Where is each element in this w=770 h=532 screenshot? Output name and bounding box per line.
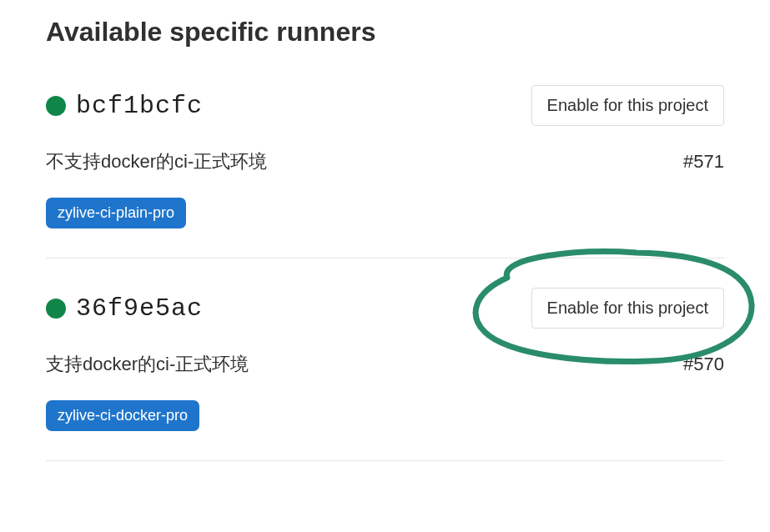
runner-meta-row: 支持docker的ci-正式环境 #570 bbox=[46, 352, 724, 377]
runner-title-group: 36f9e5ac bbox=[46, 294, 203, 323]
enable-for-project-button[interactable]: Enable for this project bbox=[531, 288, 724, 329]
runner-id: #571 bbox=[683, 151, 724, 173]
status-online-icon bbox=[46, 96, 66, 116]
runner-item: bcf1bcfc Enable for this project 不支持dock… bbox=[46, 85, 724, 258]
runner-description: 不支持docker的ci-正式环境 bbox=[46, 149, 267, 174]
runner-header-row: 36f9e5ac Enable for this project bbox=[46, 288, 724, 329]
runner-meta-row: 不支持docker的ci-正式环境 #571 bbox=[46, 149, 724, 174]
status-online-icon bbox=[46, 299, 66, 319]
enable-for-project-button[interactable]: Enable for this project bbox=[531, 85, 724, 126]
runner-item: 36f9e5ac Enable for this project 支持docke… bbox=[46, 288, 724, 461]
runner-header-row: bcf1bcfc Enable for this project bbox=[46, 85, 724, 126]
runner-title-group: bcf1bcfc bbox=[46, 92, 203, 120]
runner-id: #570 bbox=[683, 354, 724, 375]
runner-tag[interactable]: zylive-ci-docker-pro bbox=[46, 400, 199, 431]
section-heading: Available specific runners bbox=[46, 17, 724, 48]
runner-hash[interactable]: 36f9e5ac bbox=[76, 294, 203, 323]
runner-description: 支持docker的ci-正式环境 bbox=[46, 352, 249, 377]
runner-hash[interactable]: bcf1bcfc bbox=[76, 92, 203, 120]
runner-tag[interactable]: zylive-ci-plain-pro bbox=[46, 198, 186, 228]
